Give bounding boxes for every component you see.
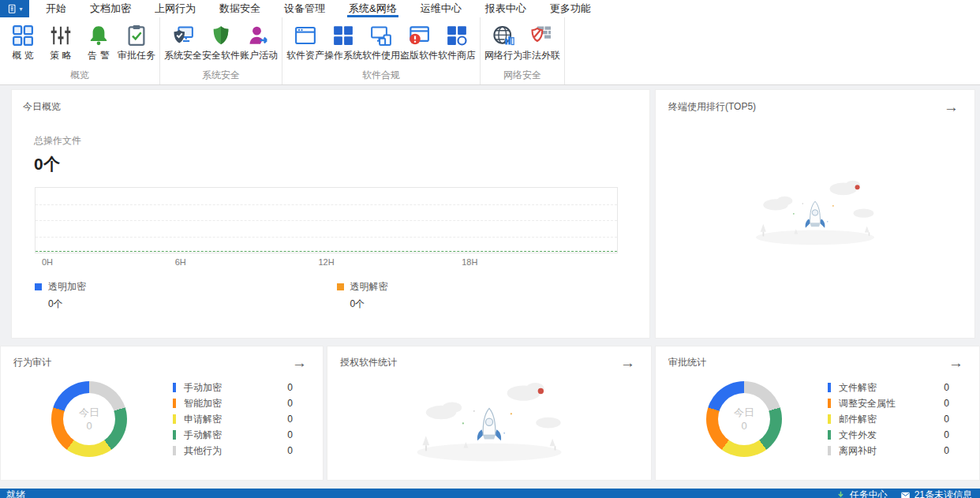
legend-marker <box>173 399 176 408</box>
ribbon-group-network-security: 网络行为 非法外联 网络安全 <box>481 17 565 84</box>
legend-item: 其他行为 0 <box>173 443 293 459</box>
legend-label: 离网补时 <box>839 444 944 458</box>
pirated-software-warning-icon <box>407 24 431 47</box>
x-axis: 0H 6H 12H 18H <box>35 253 618 268</box>
legend-value: 0 <box>944 398 949 409</box>
gridline <box>36 204 617 205</box>
legend-label: 手动加密 <box>184 381 287 395</box>
menu-tab[interactable]: 设备管理 <box>272 0 337 17</box>
ribbon-button-label: 操作系统 <box>324 49 362 62</box>
app-menu-button[interactable]: ▾ <box>0 0 29 17</box>
overview-grid-icon <box>11 24 35 47</box>
menu-tab[interactable]: 运维中心 <box>409 0 473 17</box>
today-overview-card: 今日概览 总操作文件 0个 0H 6H 12H 18H <box>11 89 650 339</box>
legend-marker <box>828 430 831 440</box>
task-center-label: 任务中心 <box>850 489 888 498</box>
chevron-down-icon: ▾ <box>19 6 22 13</box>
ribbon-group-label: 概览 <box>4 66 155 84</box>
network-behavior-globe-icon <box>492 24 515 47</box>
donut-legend: 文件解密 0 调整安全属性 0 邮件解密 0 <box>828 380 949 459</box>
legend-label: 申请解密 <box>184 413 287 426</box>
legend-value: 0 <box>944 445 949 456</box>
ribbon-button-security-software[interactable]: 安全软件 <box>202 21 240 66</box>
menu-tab[interactable]: 更多功能 <box>538 0 603 17</box>
chart-legend: 透明加密 0个 透明解密 0个 <box>35 280 638 311</box>
menu-tab[interactable]: 文档加密 <box>78 0 143 17</box>
legend-value: 0 <box>944 429 949 440</box>
donut-legend: 手动加密 0 智能加密 0 申请解密 0 手动 <box>173 380 293 459</box>
x-tick: 0H <box>42 257 53 267</box>
donut-center: 今日 0 <box>63 393 115 445</box>
legend-label: 透明加密 <box>48 280 86 294</box>
authorized-software-card: 授权软件统计 → <box>327 346 652 481</box>
ribbon-button-alert[interactable]: 告 警 <box>80 21 118 66</box>
ribbon-button-pirated-software[interactable]: 盗版软件 <box>400 21 438 66</box>
envelope-icon <box>900 490 911 498</box>
metric-value: 0个 <box>34 153 638 175</box>
task-center-button[interactable]: 任务中心 <box>836 489 888 498</box>
menu-tab[interactable]: 上网行为 <box>143 0 208 17</box>
menubar: ▾ 开始 文档加密 上网行为 数据安全 设备管理 系统&网络 运维中心 报表中心… <box>0 0 980 17</box>
legend-value: 0 <box>944 414 949 425</box>
ribbon-button-illegal-connection[interactable]: 非法外联 <box>522 21 560 66</box>
approval-stats-card: 审批统计 → 今日 0 文件解密 0 <box>655 346 980 481</box>
arrow-right-icon[interactable]: → <box>617 358 638 369</box>
ribbon-button-system-security[interactable]: 系统安全 <box>164 21 202 66</box>
operating-system-squares-icon <box>331 24 355 47</box>
menu-tab-active[interactable]: 系统&网络 <box>337 0 409 17</box>
legend-value: 0 <box>287 445 293 456</box>
legend-marker <box>828 446 831 455</box>
arrow-right-icon[interactable]: → <box>941 102 962 113</box>
terminal-ranking-card: 终端使用排行(TOP5) → <box>655 89 975 339</box>
card-title: 授权软件统计 <box>340 356 397 369</box>
donut-center-value: 0 <box>86 419 92 432</box>
menu-tab[interactable]: 开始 <box>34 0 78 17</box>
x-tick: 6H <box>175 257 186 267</box>
app-document-icon <box>6 3 18 15</box>
ribbon-button-software-usage[interactable]: 软件使用 <box>362 21 400 66</box>
software-usage-devices-icon <box>369 24 393 47</box>
approval-donut-chart: 今日 0 <box>706 381 782 457</box>
legend-value: 0 <box>287 414 293 425</box>
approval-task-clipboard-icon <box>125 24 148 47</box>
x-tick: 12H <box>318 257 334 267</box>
arrow-right-icon[interactable]: → <box>289 358 310 369</box>
ribbon-button-operating-system[interactable]: 操作系统 <box>324 21 362 66</box>
legend-value: 0 <box>287 382 293 393</box>
legend-label: 文件解密 <box>839 381 944 395</box>
donut-center-label: 今日 <box>734 406 754 419</box>
legend-marker <box>173 446 176 455</box>
arrow-right-icon[interactable]: → <box>945 358 967 369</box>
ribbon-button-overview[interactable]: 概 览 <box>4 21 42 66</box>
legend-marker <box>828 414 831 424</box>
legend-label: 智能加密 <box>184 397 287 410</box>
gridline <box>36 220 617 221</box>
ribbon-button-label: 账户活动 <box>240 49 278 62</box>
legend-item: 透明加密 0个 <box>35 280 337 311</box>
ribbon-button-account-activity[interactable]: 账户活动 <box>240 21 278 66</box>
ribbon-group-label: 网络安全 <box>484 66 560 84</box>
software-store-icon <box>445 24 469 47</box>
legend-marker <box>828 383 831 392</box>
ribbon-button-label: 网络行为 <box>484 49 522 62</box>
behavior-audit-card: 行为审计 → 今日 0 手动加密 0 <box>0 346 324 481</box>
donut-center-value: 0 <box>741 419 746 432</box>
donut-center: 今日 0 <box>718 393 770 445</box>
card-title: 终端使用排行(TOP5) <box>668 100 756 114</box>
menu-tab[interactable]: 报表中心 <box>473 0 538 17</box>
empty-state-illustration <box>738 172 892 251</box>
ribbon-button-label: 系统安全 <box>164 49 202 62</box>
ribbon-button-approval-tasks[interactable]: 审批任务 <box>118 21 155 66</box>
ribbon-button-network-behavior[interactable]: 网络行为 <box>484 21 522 66</box>
legend-label: 文件外发 <box>839 429 944 442</box>
legend-label: 手动解密 <box>184 429 287 442</box>
hourly-trend-chart: 0H 6H 12H 18H <box>35 187 618 268</box>
ribbon-group-system-security: 系统安全 安全软件 账户活动 系统安全 <box>160 17 282 84</box>
menu-tab[interactable]: 数据安全 <box>208 0 272 17</box>
ribbon-button-software-asset[interactable]: 软件资产 <box>286 21 324 66</box>
alert-bell-icon <box>87 24 110 47</box>
legend-marker <box>828 399 831 408</box>
ribbon-button-software-store[interactable]: 软件商店 <box>438 21 476 66</box>
ribbon-button-policy[interactable]: 策 略 <box>42 21 80 66</box>
unread-messages-button[interactable]: 21条未读信息 <box>900 489 972 498</box>
